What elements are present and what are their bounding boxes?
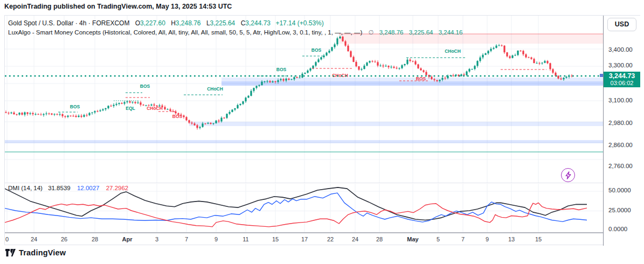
svg-text:BOS: BOS — [70, 104, 80, 109]
svg-text:BOS: BOS — [276, 67, 287, 72]
price-change: +17.14 (+0.53%) — [275, 19, 323, 27]
price-tick-2,860.00: 2,860.00 — [608, 142, 633, 148]
symbol-title[interactable]: Gold Spot / U.S. Dollar · 4h · FOREXCOM — [8, 19, 129, 27]
time-tick-7: 7 — [461, 236, 465, 242]
ohlc-high-value: 3,248.76 — [176, 19, 201, 27]
demand-zone — [189, 122, 603, 126]
tradingview-logo[interactable]: TradingView — [5, 248, 66, 257]
time-tick-7: 7 — [185, 236, 188, 242]
svg-text:CHoCH: CHoCH — [207, 86, 223, 92]
indicator-values-prefix: ∅ — [368, 29, 373, 36]
indicator-value-3: 3,244.16 — [439, 29, 463, 36]
svg-text:CHoCH: CHoCH — [445, 48, 461, 54]
tradingview-logo-icon — [5, 249, 16, 257]
time-tick-May: May — [407, 236, 418, 242]
price-tick-0.0000: 0.0000 — [608, 226, 627, 232]
price-tick-25.0000: 25.0000 — [608, 207, 631, 213]
last-price-value: 3,244.73 — [604, 72, 640, 80]
svg-text:BOS: BOS — [172, 114, 183, 119]
time-tick-24: 24 — [352, 236, 358, 242]
ohlc-low-value: 3,225.64 — [210, 19, 236, 27]
time-tick-24: 24 — [31, 236, 37, 242]
time-tick-9: 9 — [486, 236, 489, 242]
time-tick-26: 26 — [61, 236, 67, 242]
svg-text:BOS: BOS — [140, 84, 150, 89]
ohlc-open-value: 3,227.60 — [140, 19, 165, 27]
dmi-minus-di-value: 27.2962 — [106, 185, 129, 191]
time-tick-15: 15 — [535, 236, 542, 242]
time-tick-22: 22 — [327, 236, 334, 242]
time-tick-17: 17 — [301, 236, 308, 242]
price-tick-3,100.00: 3,100.00 — [608, 97, 633, 103]
currency-toggle-button[interactable]: USD — [607, 18, 636, 31]
dmi-adx-value: 31.8539 — [48, 185, 71, 191]
dmi-pane[interactable]: DMI (14, 14) 31.8539 12.0027 27.2962 — [5, 184, 603, 232]
indicator-value-2: 3,225.64 — [409, 29, 433, 36]
chart-widget: BOSBOSEQLCHoCHBOSCHoCHBOSBOSCHoCHBOSCHoC… — [4, 15, 640, 245]
last-price-tag: 3,244.73 03:06:02 — [604, 72, 640, 87]
boost-lightning-button[interactable] — [561, 168, 575, 182]
indicator-title-row[interactable]: LuxAlgo - Smart Money Concepts (Historic… — [8, 29, 462, 36]
price-tick-2,980.00: 2,980.00 — [608, 120, 633, 126]
price-tick-50.0000: 50.0000 — [608, 187, 631, 193]
publish-header: KepoinTrading published on TradingView.c… — [4, 3, 232, 10]
flip-zone-strong — [221, 81, 603, 86]
time-tick-28: 28 — [92, 236, 98, 242]
pane-separator[interactable] — [5, 183, 640, 183]
price-tick-3,300.00: 3,300.00 — [608, 62, 633, 68]
time-tick-0: 0 — [5, 236, 9, 242]
svg-text:EQL: EQL — [126, 106, 135, 111]
dmi-line-ADX — [5, 187, 587, 220]
price-tick-2,760.00: 2,760.00 — [608, 163, 633, 169]
dmi-indicator-name[interactable]: DMI (14, 14) — [8, 185, 43, 191]
ohlc-high-label: H — [171, 19, 176, 27]
time-tick-13: 13 — [508, 236, 515, 242]
symbol-title-row[interactable]: Gold Spot / U.S. Dollar · 4h · FOREXCOM … — [8, 19, 324, 27]
main-price-pane[interactable]: BOSBOSEQLCHoCHBOSCHoCHBOSBOSCHoCHBOSCHoC… — [5, 16, 603, 183]
time-tick-15: 15 — [272, 236, 279, 242]
price-tick-3,400.00: 3,400.00 — [608, 46, 633, 53]
dmi-plus-di-value: 12.0027 — [77, 185, 100, 191]
ohlc-close-value: 3,244.73 — [245, 19, 271, 27]
main-plot-canvas[interactable]: BOSBOSEQLCHoCHBOSCHoCHBOSBOSCHoCHBOSCHoC… — [5, 16, 603, 183]
time-tick-11: 11 — [243, 236, 248, 242]
time-tick-Apr: Apr — [122, 236, 133, 242]
svg-text:BOS: BOS — [311, 47, 322, 53]
ohlc-open-label: O — [135, 19, 140, 27]
time-tick-3: 3 — [155, 236, 158, 242]
svg-text:BOS: BOS — [416, 76, 426, 81]
tradingview-logo-text: TradingView — [19, 248, 66, 257]
svg-text:CHoCH: CHoCH — [147, 106, 163, 111]
ohlc-low-label: L — [206, 19, 210, 27]
price-axis[interactable]: USD 3,244.73 03:06:02 3,400.003,300.003,… — [603, 16, 640, 246]
lightning-icon — [565, 171, 572, 179]
time-tick-5: 5 — [437, 236, 440, 242]
time-tick-28: 28 — [376, 236, 383, 242]
time-axis[interactable]: 0242628Apr379111517222428May5791315 — [5, 232, 603, 246]
ohlc-close-label: C — [241, 19, 246, 27]
bar-countdown: 03:06:02 — [604, 80, 640, 86]
indicator-value-1: 3,248.76 — [379, 29, 404, 36]
time-tick-9: 9 — [214, 236, 218, 242]
dmi-line--DI — [5, 203, 587, 227]
indicator-name[interactable]: LuxAlgo - Smart Money Concepts (Historic… — [8, 29, 362, 36]
dmi-title-row[interactable]: DMI (14, 14) 31.8539 12.0027 27.2962 — [8, 185, 128, 191]
weak-low-band — [5, 140, 603, 143]
